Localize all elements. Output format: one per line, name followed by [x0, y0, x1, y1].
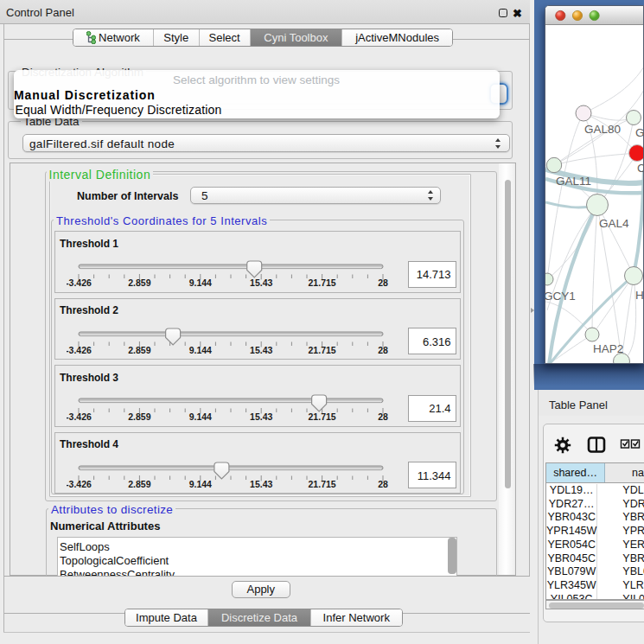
svg-text:21.715: 21.715 — [309, 478, 336, 488]
svg-text:21.715: 21.715 — [309, 411, 336, 422]
svg-text:C: C — [637, 162, 644, 175]
svg-text:2.859: 2.859 — [128, 411, 150, 422]
svg-text:15.43: 15.43 — [250, 411, 272, 422]
svg-text:15.43: 15.43 — [250, 478, 272, 488]
svg-text:9.144: 9.144 — [189, 344, 212, 354]
svg-text:28: 28 — [378, 277, 388, 288]
svg-text:H: H — [635, 289, 644, 302]
svg-text:2.859: 2.859 — [128, 478, 150, 488]
svg-text:GCY1: GCY1 — [545, 290, 576, 303]
svg-text:-3.426: -3.426 — [67, 344, 92, 354]
svg-text:9.144: 9.144 — [189, 411, 212, 422]
svg-text:28: 28 — [378, 344, 388, 354]
svg-text:15.43: 15.43 — [250, 277, 272, 288]
svg-text:HAP2: HAP2 — [593, 342, 623, 355]
svg-text:21.715: 21.715 — [309, 277, 336, 288]
svg-text:-3.426: -3.426 — [67, 277, 92, 288]
svg-text:-3.426: -3.426 — [67, 411, 92, 422]
svg-text:GA: GA — [635, 126, 644, 139]
svg-text:GAL11: GAL11 — [556, 175, 591, 188]
svg-text:GAL4: GAL4 — [599, 217, 629, 230]
svg-text:28: 28 — [378, 411, 388, 422]
svg-text:2.859: 2.859 — [128, 344, 150, 354]
svg-text:-3.426: -3.426 — [67, 478, 92, 488]
svg-text:GAL80: GAL80 — [584, 123, 621, 136]
svg-text:21.715: 21.715 — [309, 344, 336, 354]
svg-text:9.144: 9.144 — [189, 478, 212, 488]
svg-text:2.859: 2.859 — [128, 277, 150, 288]
svg-text:9.144: 9.144 — [189, 277, 212, 288]
svg-text:28: 28 — [378, 478, 388, 488]
svg-text:15.43: 15.43 — [250, 344, 272, 354]
